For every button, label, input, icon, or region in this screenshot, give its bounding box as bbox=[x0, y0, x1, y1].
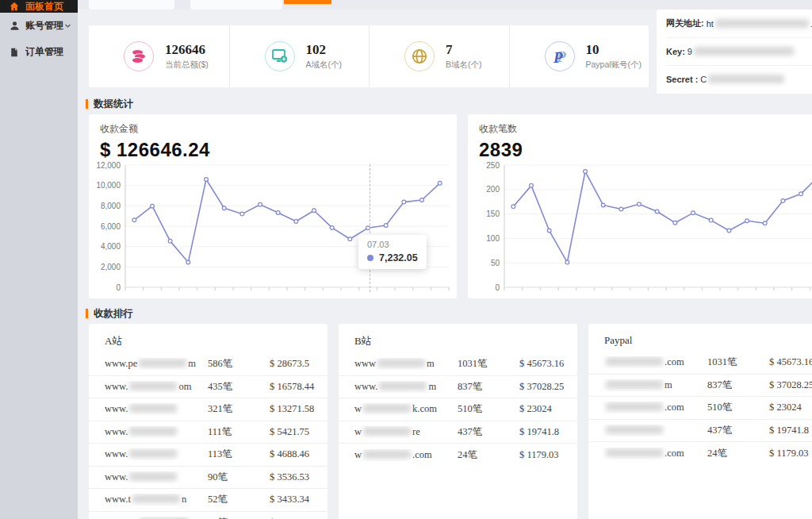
cell-amount: $ 28673.5 bbox=[270, 358, 327, 370]
sidebar-item-0[interactable]: 面板首页 bbox=[0, 0, 78, 13]
cell-count: 1031笔 bbox=[458, 357, 519, 371]
cell-amount: $ 1179.03 bbox=[519, 449, 577, 461]
section-ranking: 收款排行 bbox=[86, 308, 133, 319]
cell-amount: $ 13271.58 bbox=[270, 403, 327, 415]
cell-count: 90笔 bbox=[208, 471, 270, 484]
globe-icon bbox=[404, 41, 435, 71]
table-row: www.tn52笔$ 3433.34 bbox=[89, 489, 327, 512]
cell-amount: $ 23024 bbox=[769, 402, 812, 413]
table-row: .com510笔$ 23024 bbox=[588, 397, 812, 420]
sidebar-item-label: 面板首页 bbox=[25, 0, 71, 13]
svg-text:4,000: 4,000 bbox=[101, 242, 121, 251]
section-title: 收款排行 bbox=[94, 307, 133, 321]
table-row: www.321笔$ 13271.58 bbox=[89, 398, 327, 421]
table-title: A站 bbox=[89, 324, 327, 353]
cell-domain: www.om bbox=[89, 381, 208, 393]
cell-domain: w.com bbox=[339, 449, 458, 461]
gateway-row-value: 9 bbox=[688, 47, 795, 56]
stat-label: A域名(个) bbox=[306, 60, 343, 71]
chevron-down-icon bbox=[64, 22, 71, 29]
sidebar-item-1[interactable]: 账号管理 bbox=[0, 13, 78, 39]
ranking-table-A站: A站www.pem586笔$ 28673.5www.om435笔$ 16578.… bbox=[89, 324, 327, 519]
user-icon bbox=[9, 21, 20, 32]
stat-label: 当前总额($) bbox=[165, 60, 209, 71]
tooltip-date: 07.03 bbox=[367, 240, 418, 249]
table-row: .com1031笔$ 45673.16 bbox=[588, 352, 812, 375]
svg-text:0: 0 bbox=[495, 283, 500, 292]
gateway-row-label: Key: bbox=[666, 47, 685, 56]
cell-count: 111笔 bbox=[208, 425, 270, 439]
svg-text:0: 0 bbox=[116, 283, 121, 292]
cell-amount: $ 3433.34 bbox=[270, 494, 327, 506]
table-title: Paypal bbox=[588, 324, 812, 352]
svg-text:12,000: 12,000 bbox=[96, 161, 121, 170]
cell-count: 24笔 bbox=[707, 447, 769, 460]
cell-domain: www. bbox=[89, 426, 208, 438]
stat-0: 126646当前总额($) bbox=[89, 25, 229, 87]
cell-domain: wwwm bbox=[339, 358, 458, 370]
cell-amount: $ 19741.8 bbox=[769, 425, 812, 436]
cell-amount: $ 5421.75 bbox=[270, 426, 327, 438]
cell-count: 435笔 bbox=[208, 380, 270, 394]
stat-value: 7 bbox=[446, 42, 482, 57]
ranking-table-B站: B站wwwm1031笔$ 45673.16www.m837笔$ 37028.25… bbox=[339, 324, 577, 519]
stat-value: 102 bbox=[306, 42, 343, 57]
stat-1: 102A域名(个) bbox=[229, 25, 370, 87]
svg-text:250: 250 bbox=[486, 161, 500, 170]
cell-domain: wk.com bbox=[339, 403, 458, 415]
order-icon bbox=[9, 47, 20, 58]
svg-text:10,000: 10,000 bbox=[96, 181, 121, 190]
cell-domain: wre bbox=[339, 426, 458, 438]
svg-text:8,000: 8,000 bbox=[101, 202, 121, 210]
tooltip-value: 7,232.05 bbox=[379, 252, 418, 263]
table-row: www.111笔$ 5421.75 bbox=[89, 421, 327, 444]
chart-title: 收款笔数 bbox=[479, 122, 812, 136]
stat-value: 10 bbox=[586, 42, 642, 57]
cell-count: 837笔 bbox=[458, 380, 519, 394]
section-accent-bar bbox=[86, 309, 88, 318]
cell-count: 510笔 bbox=[458, 402, 519, 416]
chart-tooltip: 07.03 7,232.05 bbox=[358, 235, 427, 269]
cell-domain: www. bbox=[89, 471, 208, 483]
gateway-row-value: ht.com bbox=[707, 19, 812, 29]
cell-count: 510笔 bbox=[707, 401, 769, 414]
gateway-row-label: Secret : bbox=[666, 75, 698, 84]
top-tab[interactable] bbox=[190, 0, 282, 10]
svg-text:P: P bbox=[553, 49, 563, 66]
monitor-globe-icon bbox=[265, 41, 295, 71]
section-title: 数据统计 bbox=[94, 98, 133, 111]
table-row: www.pem586笔$ 28673.5 bbox=[89, 353, 327, 376]
top-tab-active-indicator[interactable] bbox=[284, 0, 331, 4]
cell-amount: $ 1179.03 bbox=[769, 448, 812, 459]
stat-label: B域名(个) bbox=[446, 60, 482, 71]
table-row: .com24笔$ 1179.03 bbox=[588, 442, 812, 465]
svg-text:200: 200 bbox=[486, 185, 500, 194]
table-row: www.om435笔$ 16578.44 bbox=[89, 376, 327, 399]
stats-card: 126646当前总额($)102A域名(个)7B域名(个)PP10Paypal账… bbox=[89, 25, 649, 87]
svg-text:2,000: 2,000 bbox=[101, 263, 121, 271]
gateway-row-label: 网关地址: bbox=[666, 17, 704, 29]
cell-domain bbox=[588, 425, 707, 436]
top-tabbar bbox=[78, 0, 812, 10]
chart-card-count: 收款笔数 2839 050100150200250 bbox=[468, 114, 812, 298]
cell-domain: www. bbox=[89, 448, 208, 460]
top-tab[interactable] bbox=[89, 0, 174, 10]
gateway-row-2: Secret :C bbox=[666, 65, 812, 93]
amount-line-chart[interactable]: 02,0004,0006,0008,00010,00012,000 bbox=[95, 159, 454, 300]
cell-domain: .com bbox=[588, 356, 707, 368]
cell-domain: www.m bbox=[339, 381, 458, 393]
svg-text:150: 150 bbox=[486, 210, 500, 218]
svg-text:100: 100 bbox=[486, 234, 500, 243]
stat-3: PP10Paypal账号(个) bbox=[509, 25, 649, 87]
table-row: m837笔$ 37028.25 bbox=[588, 375, 812, 398]
cell-amount: $ 16578.44 bbox=[270, 381, 327, 393]
sidebar-item-2[interactable]: 订单管理 bbox=[0, 39, 78, 65]
gateway-card: 网关地址:ht.comKey:9Secret :C bbox=[657, 10, 812, 94]
sidebar-item-label: 订单管理 bbox=[25, 45, 71, 59]
cell-amount: $ 4688.46 bbox=[270, 448, 327, 460]
table-row: www.sw54笔$ 3182.62 bbox=[89, 512, 327, 519]
tooltip-series-dot bbox=[367, 255, 373, 261]
count-line-chart[interactable]: 050100150200250 bbox=[474, 159, 812, 300]
cell-count: 837笔 bbox=[707, 379, 769, 392]
cell-domain: www.pem bbox=[89, 358, 208, 370]
